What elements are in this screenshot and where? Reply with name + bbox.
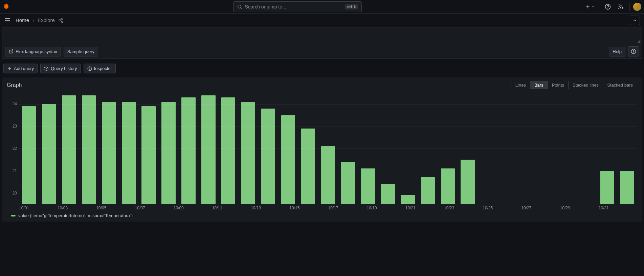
breadcrumb: Home › Explore — [16, 17, 55, 23]
toggle-lines[interactable]: Lines — [511, 81, 530, 89]
grid-line — [19, 148, 637, 149]
x-tick: 10/03 — [58, 206, 96, 210]
svg-line-13 — [60, 19, 62, 20]
chart-bar[interactable] — [181, 97, 195, 204]
sample-query-button[interactable]: Sample query — [64, 47, 98, 56]
toggle-points[interactable]: Points — [548, 81, 569, 89]
chart-bar[interactable] — [461, 160, 474, 204]
chart-bar[interactable] — [281, 115, 295, 204]
chart-bar[interactable] — [201, 95, 215, 204]
nav-icons — [584, 2, 641, 12]
y-axis: 2021222324 — [7, 93, 19, 204]
chart-bar[interactable] — [62, 95, 76, 204]
menu-toggle[interactable] — [4, 17, 11, 24]
share-icon[interactable] — [58, 18, 64, 23]
x-tick: 10/27 — [521, 206, 560, 210]
x-tick: 10/21 — [405, 206, 444, 210]
svg-point-5 — [608, 8, 608, 8]
chart-bar[interactable] — [141, 106, 155, 204]
x-tick: 10/23 — [444, 206, 483, 210]
graph-header: Graph Lines Bars Points Stacked lines St… — [7, 81, 637, 89]
chart-bar[interactable] — [421, 177, 435, 204]
help-icon[interactable] — [602, 2, 613, 12]
chart-bar[interactable] — [361, 168, 375, 204]
x-tick: 10/11 — [212, 206, 251, 210]
svg-point-23 — [89, 68, 90, 68]
svg-point-0 — [238, 5, 241, 8]
y-tick: 21 — [13, 168, 17, 173]
add-button[interactable] — [584, 2, 595, 12]
inspector-label: Inspector — [94, 66, 112, 71]
svg-point-10 — [62, 18, 63, 19]
query-editor-panel: ◢ Flux language syntax Sample query Help — [2, 27, 642, 59]
add-query-button[interactable]: Add query — [3, 64, 38, 73]
chart-bar[interactable] — [261, 109, 275, 204]
chart-view-toggles: Lines Bars Points Stacked lines Stacked … — [511, 81, 637, 89]
x-tick: 10/31 — [599, 206, 637, 210]
help-label: Help — [613, 49, 622, 54]
x-tick: 10/19 — [367, 206, 405, 210]
svg-point-6 — [619, 8, 619, 9]
x-tick: 10/29 — [560, 206, 599, 210]
chart-bar[interactable] — [321, 146, 335, 204]
chart-bar[interactable] — [620, 171, 634, 204]
top-navbar: Search or jump to... ctrl+k — [0, 0, 644, 14]
query-footer: Flux language syntax Sample query Help — [2, 44, 642, 59]
chart-bar[interactable] — [401, 195, 415, 204]
chart-bar[interactable] — [82, 95, 96, 204]
grafana-logo[interactable] — [3, 3, 11, 11]
search-placeholder: Search or jump to... — [245, 4, 345, 9]
news-icon[interactable] — [615, 2, 626, 12]
y-tick: 24 — [13, 101, 17, 106]
chart-bar[interactable] — [381, 184, 395, 204]
chart-bar[interactable] — [241, 102, 255, 204]
user-avatar[interactable] — [633, 3, 641, 11]
svg-line-14 — [60, 21, 62, 22]
chart-bar[interactable] — [441, 168, 455, 204]
x-tick: 10/01 — [19, 206, 58, 210]
x-tick: 10/05 — [96, 206, 135, 210]
toggle-stacked-lines[interactable]: Stacked lines — [569, 81, 603, 89]
breadcrumb-current: Explore — [38, 17, 55, 23]
chart-area: 2021222324 — [7, 93, 637, 204]
query-tools-row: Add query Query history Inspector — [2, 61, 642, 77]
svg-point-12 — [62, 21, 63, 22]
chart-bar[interactable] — [221, 97, 235, 204]
chart-bar[interactable] — [102, 102, 116, 204]
global-search[interactable]: Search or jump to... ctrl+k — [233, 1, 362, 12]
chart-bar[interactable] — [161, 102, 175, 204]
grid-line — [19, 104, 637, 105]
search-shortcut: ctrl+k — [345, 4, 358, 9]
graph-title: Graph — [7, 82, 22, 88]
resize-handle-icon[interactable]: ◢ — [637, 39, 640, 43]
chart-bar[interactable] — [22, 106, 36, 204]
x-tick: 10/09 — [174, 206, 212, 210]
query-history-button[interactable]: Query history — [40, 64, 81, 73]
chart-bar[interactable] — [341, 162, 355, 204]
legend-label: value {item="grTemperaturInterno", misur… — [18, 213, 133, 218]
query-textarea[interactable]: ◢ — [2, 27, 642, 44]
svg-line-1 — [241, 8, 242, 9]
inspector-button[interactable]: Inspector — [84, 64, 116, 73]
query-info-button[interactable] — [628, 46, 639, 56]
breadcrumb-home[interactable]: Home — [16, 17, 29, 23]
toggle-bars[interactable]: Bars — [530, 81, 548, 89]
flux-syntax-label: Flux language syntax — [16, 49, 57, 54]
x-tick: 10/13 — [251, 206, 289, 210]
query-history-label: Query history — [51, 66, 77, 71]
toggle-stacked-bars[interactable]: Stacked bars — [603, 81, 637, 89]
chart-bar[interactable] — [122, 102, 136, 204]
chart-bar[interactable] — [600, 171, 614, 204]
help-button[interactable]: Help — [609, 47, 625, 56]
x-tick: 10/25 — [483, 206, 521, 210]
x-axis: 10/0110/0310/0510/0710/0910/1110/1310/15… — [19, 204, 637, 210]
chart-bar[interactable] — [42, 104, 56, 204]
grid-line — [19, 126, 637, 127]
svg-line-15 — [11, 50, 13, 52]
flux-syntax-link[interactable]: Flux language syntax — [5, 47, 61, 56]
page-bar: Home › Explore — [0, 14, 644, 27]
plot-area — [19, 93, 637, 204]
graph-panel: Graph Lines Bars Points Stacked lines St… — [2, 77, 642, 222]
collapse-button[interactable] — [630, 16, 640, 25]
chart-legend[interactable]: value {item="grTemperaturInterno", misur… — [7, 210, 637, 218]
